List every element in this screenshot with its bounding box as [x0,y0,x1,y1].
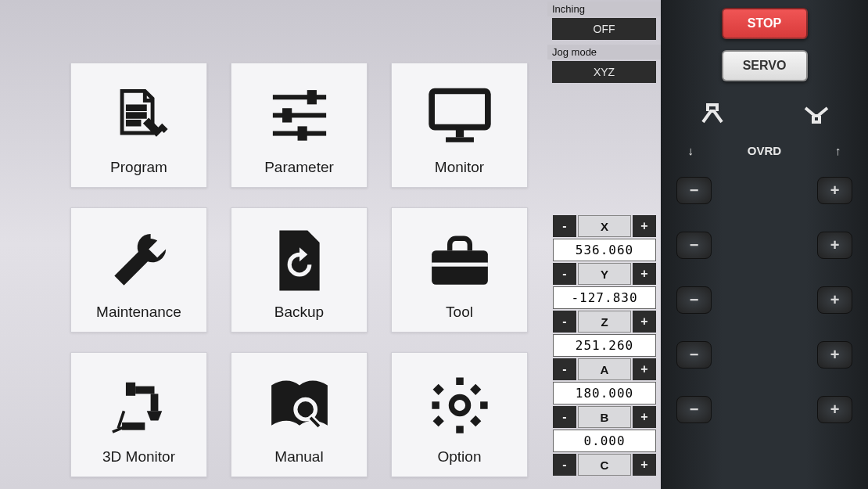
manual-icon [267,353,332,448]
axis-y-label[interactable]: Y [578,263,631,285]
menu-tile-monitor[interactable]: Monitor [391,63,528,188]
svg-rect-14 [122,422,145,430]
hand-open-icon[interactable] [698,100,726,128]
menu-tile-parameter[interactable]: Parameter [231,63,368,188]
axis-a-label[interactable]: A [578,358,631,380]
axis-row-y: - Y + -127.830 [553,263,656,309]
axis-x-plus-button[interactable]: + [633,215,656,237]
menu-tile-program[interactable]: Program [70,63,207,188]
hardware-panel: STOP SERVO ↓ OVRD ↑ − + − + − + − + [661,0,868,489]
axis-a-minus-button[interactable]: - [553,358,576,380]
axis-z-minus-button[interactable]: - [553,311,576,333]
jog-key-4-minus[interactable]: − [676,341,712,369]
menu-tile-maintenance[interactable]: Maintenance [70,207,207,333]
svg-rect-10 [432,263,488,267]
stop-button[interactable]: STOP [722,8,808,39]
axis-row-b: - B + 0.000 [553,406,656,452]
axis-b-plus-button[interactable]: + [633,406,656,428]
touch-screen-area: Program Parameter Monitor Maintenance Ba [0,0,661,489]
menu-tile-option[interactable]: Option [391,352,528,477]
inching-status: Inching OFF [547,2,661,43]
svg-rect-9 [432,250,488,285]
wrench-icon [109,208,170,304]
axis-y-value: -127.830 [553,286,656,309]
inching-label: Inching [547,2,661,16]
axis-c-label[interactable]: C [578,454,631,476]
program-icon [109,63,170,159]
axis-row-a: - A + 180.000 [553,358,656,405]
menu-tile-manual[interactable]: Manual [231,352,368,477]
jog-key-5-plus[interactable]: + [817,396,852,423]
svg-rect-1 [307,90,316,104]
tile-label: Tool [446,304,473,332]
tile-label: 3D Monitor [102,448,175,476]
axis-z-label[interactable]: Z [578,311,631,333]
svg-rect-8 [446,137,474,142]
menu-tile-backup[interactable]: Backup [231,207,368,333]
menu-tile-tool[interactable]: Tool [391,207,528,333]
jog-key-1-plus[interactable]: + [817,177,852,204]
axis-y-minus-button[interactable]: - [553,263,576,285]
axis-c-minus-button[interactable]: - [553,454,576,476]
tile-label: Program [110,159,167,187]
axis-row-x: - X + 536.060 [553,215,656,261]
axis-b-value: 0.000 [553,430,656,452]
axis-x-minus-button[interactable]: - [553,215,576,237]
svg-rect-5 [297,126,307,140]
svg-rect-0 [272,95,325,99]
backup-icon [273,208,326,304]
ovrd-row: ↓ OVRD ↑ [661,144,868,157]
jog-key-2-minus[interactable]: − [676,232,712,259]
status-column: Inching OFF Jog mode XYZ [547,0,661,86]
jogmode-value[interactable]: XYZ [552,61,656,83]
axes-panel: - X + 536.060 - Y + -127.830 - Z + 251.2… [553,215,656,477]
axis-a-plus-button[interactable]: + [633,358,656,380]
tile-label: Maintenance [96,304,181,332]
svg-rect-11 [125,383,135,396]
hand-icons-row [661,100,868,128]
jog-key-3-minus[interactable]: − [676,286,712,314]
axis-row-c: - C + [553,454,656,476]
jogmode-status: Jog mode XYZ [547,45,661,86]
tile-label: Parameter [264,159,334,187]
jog-key-1-minus[interactable]: − [676,177,712,204]
svg-rect-13 [150,394,158,411]
axis-z-plus-button[interactable]: + [633,311,656,333]
svg-rect-6 [432,91,488,127]
toolbox-icon [428,208,492,304]
main-menu-grid: Program Parameter Monitor Maintenance Ba [70,63,528,489]
monitor-icon [428,63,492,159]
axis-z-value: 251.260 [553,334,656,357]
gear-icon [430,353,490,448]
axis-a-value: 180.000 [553,382,656,405]
axis-c-plus-button[interactable]: + [633,454,656,476]
hand-close-icon[interactable] [802,100,830,128]
svg-rect-3 [282,108,292,122]
svg-rect-2 [272,113,325,117]
ovrd-down-icon[interactable]: ↓ [687,144,694,157]
servo-button[interactable]: SERVO [722,50,808,81]
ovrd-label: OVRD [748,144,781,157]
axis-x-value: 536.060 [553,239,656,261]
tile-label: Option [438,448,482,476]
tile-label: Backup [274,304,324,332]
tile-label: Manual [274,448,323,476]
axis-row-z: - Z + 251.260 [553,311,656,357]
tile-label: Monitor [435,159,484,187]
jog-key-3-plus[interactable]: + [817,286,852,314]
axis-b-label[interactable]: B [578,406,631,428]
jog-keys: − + − + − + − + − + [661,177,868,423]
axis-y-plus-button[interactable]: + [633,263,656,285]
robot-arm-icon [109,353,170,448]
ovrd-up-icon[interactable]: ↑ [835,144,841,157]
svg-rect-12 [135,387,154,394]
svg-rect-7 [455,127,463,137]
inching-value[interactable]: OFF [552,18,656,40]
jog-key-4-plus[interactable]: + [817,341,852,369]
jog-key-5-minus[interactable]: − [676,396,712,423]
axis-x-label[interactable]: X [578,215,631,237]
menu-tile-3d-monitor[interactable]: 3D Monitor [70,352,207,477]
jog-key-2-plus[interactable]: + [817,232,852,259]
jogmode-label: Jog mode [547,45,661,59]
axis-b-minus-button[interactable]: - [553,406,576,428]
